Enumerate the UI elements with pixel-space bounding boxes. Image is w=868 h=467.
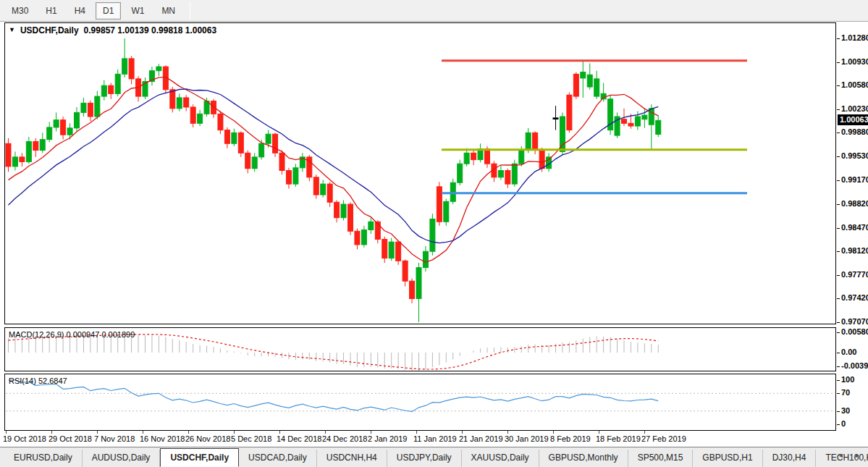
macd-tick-label: 0.005802 <box>841 327 868 336</box>
candlestick-chart[interactable] <box>5 23 835 324</box>
rsi-tick-label: 0 <box>841 419 846 428</box>
chart-window: ▼ USDCHF,Daily 0.99857 1.00139 0.99818 1… <box>0 22 868 467</box>
date-label: 16 Nov 2018 <box>140 434 185 443</box>
price-tick-label: 1.00230 <box>841 104 868 113</box>
symbol-tab-sp500[interactable]: SP500,M15 <box>628 450 694 467</box>
current-price-tag: 1.00063 <box>838 114 868 125</box>
timeframe-toolbar: M30H1H4D1W1MN <box>0 0 868 22</box>
date-tick <box>599 431 599 434</box>
timeframe-button-w1[interactable]: W1 <box>124 2 151 20</box>
date-tick <box>553 431 554 434</box>
price-tick-label-tick <box>837 132 840 133</box>
rsi-tick-label-tick <box>837 380 840 381</box>
date-label: 26 Nov 2018 <box>185 434 230 443</box>
rsi-tick-label-tick <box>837 393 840 394</box>
date-tick <box>51 431 52 434</box>
macd-tick-label-tick <box>837 366 840 367</box>
date-tick <box>462 431 463 434</box>
macd-label: MACD(12,26,9) 0.000947 0.001899 <box>9 330 135 339</box>
trading-app-window: M30H1H4D1W1MN ▼ USDCHF,Daily 0.99857 1.0… <box>0 0 868 467</box>
price-chart-panel[interactable]: ▼ USDCHF,Daily 0.99857 1.00139 0.99818 1… <box>4 22 836 324</box>
date-tick <box>279 431 280 434</box>
rsi-chart[interactable] <box>5 374 835 430</box>
timeframe-button-m30[interactable]: M30 <box>4 2 35 20</box>
price-tick-label: 0.97420 <box>841 293 868 302</box>
date-label: 29 Oct 2018 <box>49 434 92 443</box>
price-tick-label-tick <box>837 109 840 110</box>
rsi-tick-label-tick <box>837 411 840 412</box>
price-tick-label-tick <box>837 156 840 157</box>
date-label: 14 Dec 2018 <box>277 434 321 443</box>
symbol-tab-dj30[interactable]: DJ30,H4 <box>763 450 817 467</box>
price-tick-label-tick <box>837 322 840 323</box>
price-tick-label: 0.98820 <box>841 199 868 208</box>
symbol-tab-bar: EURUSD,DailyAUDUSD,DailyUSDCHF,DailyUSDC… <box>0 447 868 467</box>
date-label: 8 Feb 2019 <box>550 434 591 443</box>
rsi-tick-label: 70 <box>841 388 850 397</box>
macd-tick-label-tick <box>837 353 840 353</box>
price-tick-label-tick <box>837 62 840 63</box>
chart-dropdown-icon[interactable]: ▼ <box>9 26 15 33</box>
date-label: 24 Dec 2018 <box>322 434 367 443</box>
price-tick-label: 0.98470 <box>841 223 868 232</box>
macd-panel[interactable]: MACD(12,26,9) 0.000947 0.001899 <box>4 327 836 371</box>
date-tick <box>507 431 508 434</box>
price-tick-label-tick <box>837 180 840 181</box>
price-tick-label: 0.98120 <box>841 246 868 255</box>
symbol-tab-gbpusd[interactable]: GBPUSD,H1 <box>693 450 762 467</box>
chart-title: ▼ USDCHF,Daily 0.99857 1.00139 0.99818 1… <box>9 25 216 35</box>
price-tick-label: 0.99170 <box>841 175 868 184</box>
price-tick-label: 1.01280 <box>841 33 868 42</box>
symbol-tab-usdjpy[interactable]: USDJPY,Daily <box>387 450 462 467</box>
symbol-tab-gbpusd[interactable]: GBPUSD,Monthly <box>539 450 628 467</box>
macd-tick-label: 0.00 <box>841 348 856 356</box>
symbol-tab-eurusd[interactable]: EURUSD,Daily <box>4 450 83 467</box>
price-tick-label-tick <box>837 251 840 252</box>
rsi-tick-label: 30 <box>841 406 850 415</box>
timeframe-button-mn[interactable]: MN <box>154 2 182 20</box>
date-tick <box>234 431 235 434</box>
timeframe-button-h1[interactable]: H1 <box>38 2 64 20</box>
date-tick <box>6 431 7 434</box>
date-tick <box>371 431 371 434</box>
price-tick-label: 1.00580 <box>841 80 868 89</box>
tab-scroll-arrows[interactable]: ◄ ► <box>838 452 865 459</box>
date-label: 5 Dec 2018 <box>231 434 271 443</box>
rsi-tick-label-tick <box>837 424 840 425</box>
date-tick <box>325 431 326 434</box>
price-tick-label-tick <box>837 204 840 205</box>
rsi-panel[interactable]: RSI(14) 52.6847 <box>4 374 836 431</box>
date-label: 2 Jan 2019 <box>368 434 407 443</box>
date-label: 18 Feb 2019 <box>596 434 641 443</box>
symbol-tab-xauusd[interactable]: XAUUSD,Daily <box>462 450 539 467</box>
rsi-label: RSI(14) 52.6847 <box>9 376 67 385</box>
chart-ohlc-values: 0.99857 1.00139 0.99818 1.00063 <box>84 25 217 35</box>
price-tick-label-tick <box>837 228 840 229</box>
symbol-tab-usdchf[interactable]: USDCHF,Daily <box>160 448 239 467</box>
symbol-tab-usdcad[interactable]: USDCAD,Daily <box>239 450 317 467</box>
date-axis: 19 Oct 201829 Oct 20187 Nov 201816 Nov 2… <box>0 431 868 447</box>
date-label: 19 Oct 2018 <box>3 434 46 443</box>
date-tick <box>416 431 417 434</box>
date-label: 27 Feb 2019 <box>641 434 686 443</box>
date-tick <box>97 431 98 434</box>
symbol-tab-audusd[interactable]: AUDUSD,Daily <box>83 450 161 467</box>
date-label: 30 Jan 2019 <box>505 434 549 443</box>
date-label: 21 Jan 2019 <box>459 434 503 443</box>
toolbar-separator <box>190 2 190 20</box>
symbol-tab-usdcnh[interactable]: USDCNH,H4 <box>317 450 387 467</box>
price-tick-label-tick <box>837 38 840 39</box>
timeframe-button-h4[interactable]: H4 <box>67 2 93 20</box>
timeframe-button-d1[interactable]: D1 <box>96 2 121 20</box>
date-tick <box>644 431 645 434</box>
macd-tick-label-tick <box>837 332 840 333</box>
price-tick-label-tick <box>837 85 840 86</box>
date-label: 11 Jan 2019 <box>413 434 457 443</box>
price-tick-label-tick <box>837 275 840 276</box>
price-tick-label: 0.97770 <box>841 270 868 279</box>
date-tick <box>143 431 143 434</box>
date-tick <box>188 431 189 434</box>
chart-symbol-label: USDCHF,Daily <box>20 25 79 35</box>
macd-tick-label: -0.003945 <box>841 361 868 370</box>
date-label: 7 Nov 2018 <box>94 434 135 443</box>
